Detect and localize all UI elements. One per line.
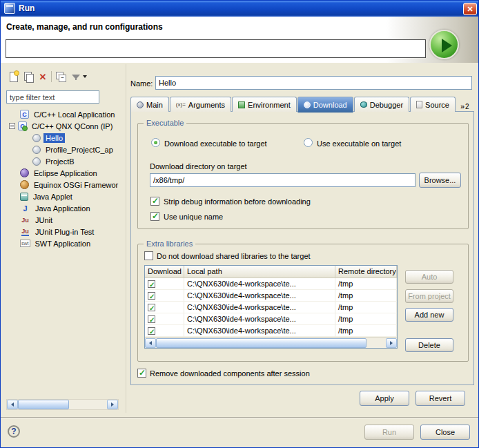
configurations-tree: C/C++ Local Application C/C++ QNX QConn … [6,108,122,249]
name-input[interactable] [155,76,472,90]
tree-item-label: C/C++ QNX QConn (IP) [30,121,115,131]
tab-source[interactable]: Source [410,97,456,112]
titlebar[interactable]: Run ✕ [1,1,479,17]
tab-label: Download [313,101,347,109]
tree-item-label: ProjectB [43,157,77,166]
tab-label: Debugger [370,101,403,109]
panel-sash[interactable] [125,64,127,413]
delete-configuration-icon[interactable] [37,70,49,83]
close-button[interactable]: Close [420,425,470,440]
column-header-download[interactable]: Download [145,266,184,278]
tree-item-c-local-application[interactable]: C/C++ Local Application [6,108,122,120]
tree-item-junit-plugin-test[interactable]: JUnit Plug-in Test [6,226,122,237]
scroll-right-icon[interactable] [386,338,397,348]
remove-components-checkbox[interactable] [137,369,146,378]
tree-item-equinox-osgi[interactable]: Equinox OSGi Framewor [6,179,122,191]
row-remote-directory: /tmp [335,325,397,337]
tree-item-hello[interactable]: Hello [6,132,122,144]
tree-item-profile-projectc[interactable]: Profile_ProjectC_ap [6,144,122,155]
delete-button[interactable]: Delete [405,338,453,352]
message-area [6,39,426,58]
tab-download[interactable]: Download [297,97,353,113]
run-configuration-icon [32,134,41,142]
banner: Create, manage, and run configurations [1,17,479,63]
close-icon[interactable]: ✕ [463,3,477,15]
scrollbar-thumb[interactable] [18,400,69,409]
extra-libraries-group: Extra libraries Do not download shared l… [137,244,469,362]
no-download-shared-checkbox[interactable] [144,251,153,260]
table-row[interactable]: C:\QNX630\ide4-workspace\te... /tmp [145,325,397,337]
collapse-all-icon[interactable] [55,70,67,83]
new-configuration-icon[interactable] [8,70,20,83]
filter-dropdown-icon[interactable] [83,75,87,78]
help-button[interactable]: ? [8,425,20,438]
row-local-path: C:\QNX630\ide4-workspace\te... [184,278,335,290]
tree-item-projectb[interactable]: ProjectB [6,155,122,167]
java-applet-icon [20,193,28,201]
filter-input[interactable] [6,90,99,104]
tree-item-label-selected: Hello [43,133,65,143]
row-local-path: C:\QNX630\ide4-workspace\te... [184,290,335,302]
table-row[interactable]: C:\QNX630\ide4-workspace\te... /tmp [145,302,397,313]
tab-bar: Main Arguments Environment Download Debu… [130,95,476,112]
scroll-left-icon[interactable] [7,400,18,409]
main-tab-icon [137,101,144,108]
window-title: Run [19,3,35,13]
apply-button[interactable]: Apply [360,391,409,406]
column-header-remote-directory[interactable]: Remote directory [335,266,397,278]
download-executable-radio[interactable] [151,138,160,147]
tree-item-java-applet[interactable]: Java Applet [6,191,122,202]
strip-debug-checkbox[interactable] [150,197,159,206]
run-button[interactable]: Run [364,425,414,440]
add-new-button[interactable]: Add new [405,308,453,322]
unique-name-checkbox[interactable] [150,212,159,221]
debugger-tab-icon [360,101,367,108]
tab-arguments[interactable]: Arguments [170,97,231,112]
row-download-checkbox[interactable] [148,280,155,288]
tab-debugger[interactable]: Debugger [354,97,409,112]
tree-item-eclipse-application[interactable]: Eclipse Application [6,167,122,179]
filter-icon[interactable] [70,70,82,83]
table-header-row: Download Local path Remote directory [145,266,397,278]
column-header-local-path[interactable]: Local path [184,266,335,278]
revert-button[interactable]: Revert [416,391,465,406]
scroll-left-icon[interactable] [145,338,156,348]
use-executable-radio[interactable] [304,138,313,147]
row-download-checkbox[interactable] [148,304,155,311]
table-horizontal-scrollbar[interactable] [145,337,397,348]
tree-item-qnx-qconn[interactable]: C/C++ QNX QConn (IP) [6,120,122,132]
auto-button[interactable]: Auto [405,270,453,284]
duplicate-configuration-icon[interactable] [22,70,35,83]
row-download-checkbox[interactable] [148,315,155,323]
source-tab-icon [416,101,422,108]
tree-item-junit[interactable]: JUnit [6,214,122,226]
equinox-osgi-icon [20,180,29,189]
libraries-table: Download Local path Remote directory C:\… [144,265,398,349]
row-local-path: C:\QNX630\ide4-workspace\te... [184,313,335,325]
eclipse-application-icon [20,168,29,177]
table-row[interactable]: C:\QNX630\ide4-workspace\te... /tmp [145,278,397,290]
table-row[interactable]: C:\QNX630\ide4-workspace\te... /tmp [145,313,397,325]
tree-item-swt-application[interactable]: SWT Application [6,237,122,249]
collapse-expander-icon[interactable] [9,123,15,129]
tree-item-label: Profile_ProjectC_ap [43,145,115,155]
from-project-button[interactable]: From project [405,289,453,303]
tree-item-label: Eclipse Application [32,168,99,178]
row-local-path: C:\QNX630\ide4-workspace\te... [184,325,335,337]
tab-overflow-chevron[interactable]: 2 [456,102,472,112]
tab-environment[interactable]: Environment [232,97,297,112]
chevron-right-icon [460,102,465,110]
scrollbar-thumb[interactable] [156,338,366,348]
scroll-right-icon[interactable] [107,400,118,409]
download-directory-input[interactable] [150,173,416,187]
table-row[interactable]: C:\QNX630\ide4-workspace\te... /tmp [145,290,397,302]
tree-item-java-application[interactable]: Java Application [6,202,122,214]
tree-horizontal-scrollbar[interactable] [6,399,119,410]
row-remote-directory: /tmp [335,290,397,302]
tab-main[interactable]: Main [130,97,169,112]
browse-button[interactable]: Browse... [419,173,461,188]
row-download-checkbox[interactable] [148,327,155,335]
row-download-checkbox[interactable] [148,292,155,300]
row-remote-directory: /tmp [335,313,397,325]
row-local-path: C:\QNX630\ide4-workspace\te... [184,302,335,313]
